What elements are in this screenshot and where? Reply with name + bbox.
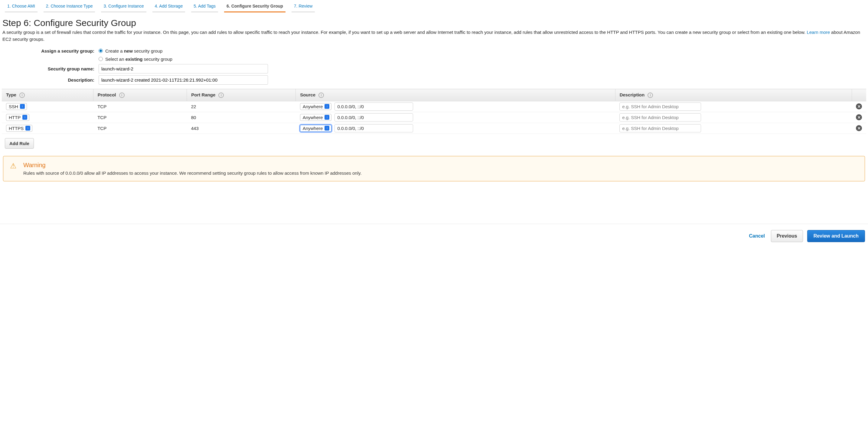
port-value: 80 (191, 115, 196, 120)
source-value[interactable]: 0.0.0.0/0, ::/0 (335, 124, 413, 132)
table-row: HTTPS↕TCP443Anywhere↕0.0.0.0/0, ::/0✕ (2, 123, 866, 134)
protocol-value: TCP (97, 126, 106, 131)
previous-button[interactable]: Previous (771, 230, 803, 242)
warning-box: ⚠ Warning Rules with source of 0.0.0.0/0… (3, 156, 865, 182)
source-value[interactable]: 0.0.0.0/0, ::/0 (335, 102, 413, 111)
sg-name-input[interactable] (99, 64, 268, 73)
wizard-steps: 1. Choose AMI2. Choose Instance Type3. C… (2, 0, 866, 12)
protocol-value: TCP (97, 115, 106, 120)
type-select[interactable]: SSH↕ (6, 103, 27, 110)
type-select[interactable]: HTTPS↕ (6, 125, 32, 132)
wizard-step[interactable]: 1. Choose AMI (5, 2, 37, 12)
page-description: A security group is a set of firewall ru… (2, 29, 866, 43)
wizard-step[interactable]: 4. Add Storage (152, 2, 185, 12)
page-title: Step 6: Configure Security Group (2, 18, 866, 28)
wizard-step[interactable]: 6. Configure Security Group (224, 2, 285, 12)
source-mode-select[interactable]: Anywhere↕ (300, 103, 332, 110)
info-icon[interactable]: i (648, 93, 653, 98)
col-protocol: Protocol i (93, 89, 187, 101)
radio-create-new[interactable]: Create a new security group (99, 48, 866, 54)
info-icon[interactable]: i (218, 93, 224, 98)
col-description: Description i (615, 89, 852, 101)
remove-rule-button[interactable]: ✕ (856, 114, 862, 120)
rules-table: Type i Protocol i Port Range i Source i … (2, 89, 866, 134)
sg-desc-label: Description: (2, 77, 99, 83)
remove-rule-button[interactable]: ✕ (856, 125, 862, 131)
learn-more-link[interactable]: Learn more (807, 30, 830, 35)
wizard-step[interactable]: 5. Add Tags (191, 2, 218, 12)
chevron-updown-icon: ↕ (25, 126, 30, 131)
port-value: 22 (191, 104, 196, 109)
info-icon[interactable]: i (119, 93, 125, 98)
cancel-button[interactable]: Cancel (747, 233, 767, 239)
type-select[interactable]: HTTP↕ (6, 114, 29, 121)
source-mode-select[interactable]: Anywhere↕ (300, 125, 332, 132)
wizard-step[interactable]: 2. Choose Instance Type (43, 2, 95, 12)
wizard-step[interactable]: 3. Configure Instance (101, 2, 146, 12)
warning-icon: ⚠ (10, 162, 17, 170)
chevron-updown-icon: ↕ (20, 104, 25, 109)
chevron-updown-icon: ↕ (324, 126, 329, 131)
assign-label: Assign a security group: (2, 48, 99, 54)
protocol-value: TCP (97, 104, 106, 109)
rule-description-input[interactable] (619, 124, 701, 132)
sg-name-label: Security group name: (2, 66, 99, 71)
page-description-text: A security group is a set of firewall ru… (2, 30, 807, 35)
sg-desc-input[interactable] (99, 75, 268, 85)
port-value: 443 (191, 126, 199, 131)
info-icon[interactable]: i (19, 93, 25, 98)
source-value[interactable]: 0.0.0.0/0, ::/0 (335, 113, 413, 122)
chevron-updown-icon: ↕ (324, 115, 329, 120)
wizard-step[interactable]: 7. Review (291, 2, 315, 12)
col-type: Type i (2, 89, 93, 101)
remove-rule-button[interactable]: ✕ (856, 103, 862, 109)
radio-select-existing[interactable]: Select an existing security group (99, 57, 866, 62)
chevron-updown-icon: ↕ (324, 104, 329, 109)
warning-title: Warning (23, 162, 362, 169)
col-port: Port Range i (187, 89, 296, 101)
radio-icon (99, 49, 103, 53)
radio-icon (99, 57, 103, 61)
footer: Cancel Previous Review and Launch (0, 224, 868, 248)
rule-description-input[interactable] (619, 102, 701, 111)
source-mode-select[interactable]: Anywhere↕ (300, 114, 332, 121)
chevron-updown-icon: ↕ (22, 115, 27, 120)
table-row: SSH↕TCP22Anywhere↕0.0.0.0/0, ::/0✕ (2, 101, 866, 112)
table-row: HTTP↕TCP80Anywhere↕0.0.0.0/0, ::/0✕ (2, 112, 866, 123)
rule-description-input[interactable] (619, 113, 701, 122)
col-source: Source i (296, 89, 616, 101)
warning-text: Rules with source of 0.0.0.0/0 allow all… (23, 170, 362, 176)
review-launch-button[interactable]: Review and Launch (807, 230, 865, 242)
info-icon[interactable]: i (318, 93, 324, 98)
add-rule-button[interactable]: Add Rule (5, 138, 34, 149)
